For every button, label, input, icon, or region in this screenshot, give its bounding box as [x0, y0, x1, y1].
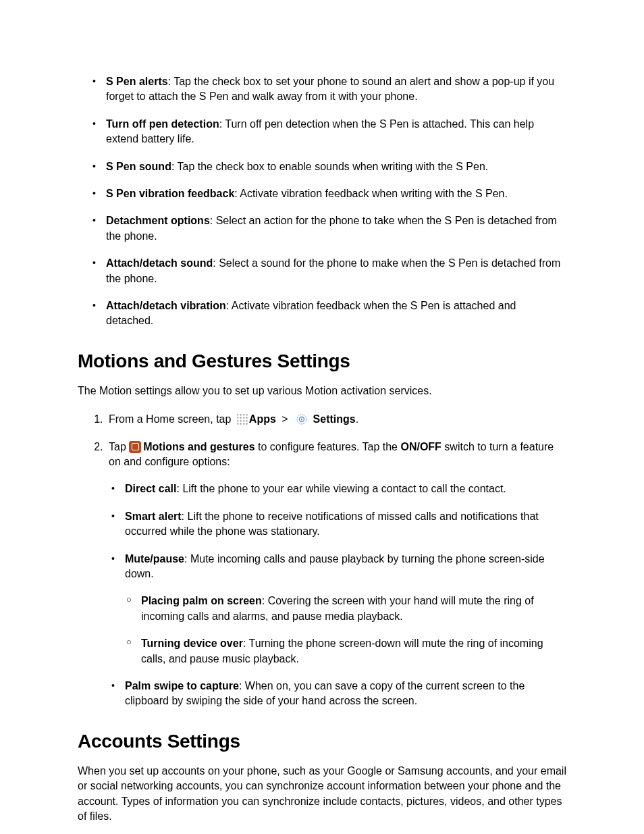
- item-label: Smart alert: [125, 511, 182, 522]
- item-label: Detachment options: [106, 215, 210, 226]
- sub-item: Turning device over: Turning the phone s…: [141, 636, 566, 667]
- spen-item: Attach/detach sound: Select a sound for …: [106, 256, 566, 286]
- mute-sublist: Placing palm on screen: Covering the scr…: [125, 594, 566, 667]
- apps-icon: [236, 413, 248, 425]
- settings-icon: [296, 413, 308, 425]
- item-label: Mute/pause: [125, 553, 184, 565]
- spen-item: Turn off pen detection: Turn off pen det…: [106, 117, 566, 147]
- sub-item: Placing palm on screen: Covering the scr…: [141, 594, 566, 624]
- feature-item: Direct call: Lift the phone to your ear …: [125, 481, 566, 496]
- item-text: : Mute incoming calls and pause playback…: [125, 553, 545, 579]
- svg-point-2: [301, 419, 302, 420]
- step2-mid: to configure features. Tap the: [255, 441, 401, 452]
- item-text: : Lift the phone to receive notification…: [125, 511, 539, 537]
- step2-pre: Tap: [109, 441, 126, 452]
- accounts-intro: When you set up accounts on your phone, …: [78, 764, 566, 825]
- spen-item: Attach/detach vibration: Activate vibrat…: [106, 298, 566, 329]
- motions-heading: Motions and Gestures Settings: [78, 348, 566, 374]
- step1-period: .: [356, 413, 358, 425]
- item-label: Direct call: [125, 483, 176, 494]
- item-label: Attach/detach sound: [106, 257, 213, 269]
- step2-onoff: ON/OFF: [400, 441, 441, 452]
- item-label: Palm swipe to capture: [125, 680, 239, 692]
- item-label: S Pen sound: [106, 161, 171, 172]
- spen-item: S Pen sound: Tap the check box to enable…: [106, 159, 566, 174]
- item-label: Placing palm on screen: [141, 595, 262, 606]
- spen-item: S Pen alerts: Tap the check box to set y…: [106, 74, 566, 105]
- item-label: Turning device over: [141, 637, 243, 649]
- motions-intro: The Motion settings allow you to set up …: [78, 384, 566, 398]
- motions-steps: From a Home screen, tap Apps > Settings.…: [78, 412, 566, 708]
- motions-features-list: Direct call: Lift the phone to your ear …: [109, 481, 566, 708]
- step-1: From a Home screen, tap Apps > Settings.: [106, 412, 566, 427]
- accounts-heading: Accounts Settings: [78, 728, 566, 754]
- item-label: S Pen vibration feedback: [106, 188, 234, 199]
- item-text: : Activate vibration feedback when writi…: [234, 188, 508, 199]
- step1-settings: Settings: [313, 413, 356, 425]
- feature-item: Smart alert: Lift the phone to receive n…: [125, 509, 566, 540]
- spen-item: S Pen vibration feedback: Activate vibra…: [106, 186, 566, 201]
- item-label: Turn off pen detection: [106, 118, 219, 130]
- item-text: : Tap the check box to enable sounds whe…: [171, 161, 488, 172]
- feature-item: Mute/pause: Mute incoming calls and paus…: [125, 552, 566, 667]
- spen-item: Detachment options: Select an action for…: [106, 213, 566, 244]
- step1-pre: From a Home screen, tap: [109, 413, 231, 425]
- spen-options-list: S Pen alerts: Tap the check box to set y…: [78, 74, 566, 329]
- item-text: : Tap the check box to set your phone to…: [106, 76, 554, 102]
- breadcrumb-separator: >: [281, 413, 288, 425]
- motions-icon: [129, 441, 141, 453]
- item-label: Attach/detach vibration: [106, 300, 226, 311]
- step1-apps: Apps: [249, 413, 276, 425]
- step-2: Tap Motions and gestures to configure fe…: [106, 440, 566, 709]
- step2-mg: Motions and gestures: [143, 441, 254, 452]
- feature-item: Palm swipe to capture: When on, you can …: [125, 679, 566, 709]
- item-label: S Pen alerts: [106, 76, 168, 87]
- item-text: : Lift the phone to your ear while viewi…: [176, 483, 506, 494]
